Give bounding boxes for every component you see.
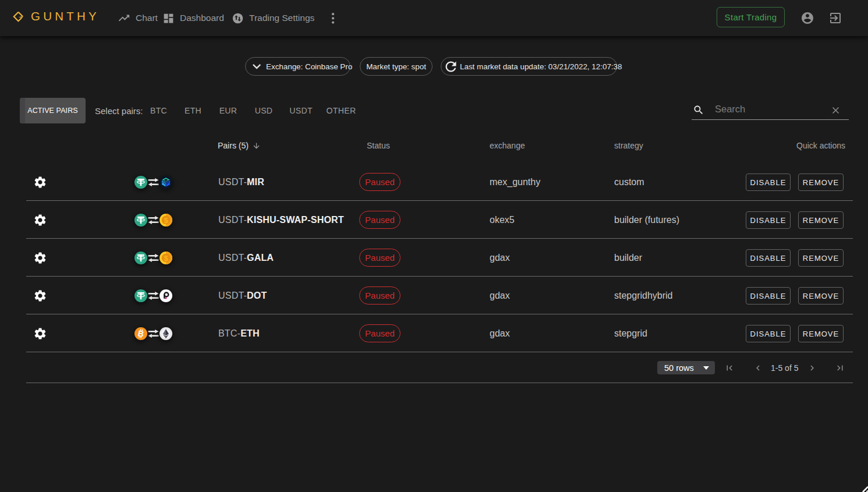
svg-text:$: $ [164, 253, 168, 262]
svg-text:$: $ [164, 215, 168, 224]
